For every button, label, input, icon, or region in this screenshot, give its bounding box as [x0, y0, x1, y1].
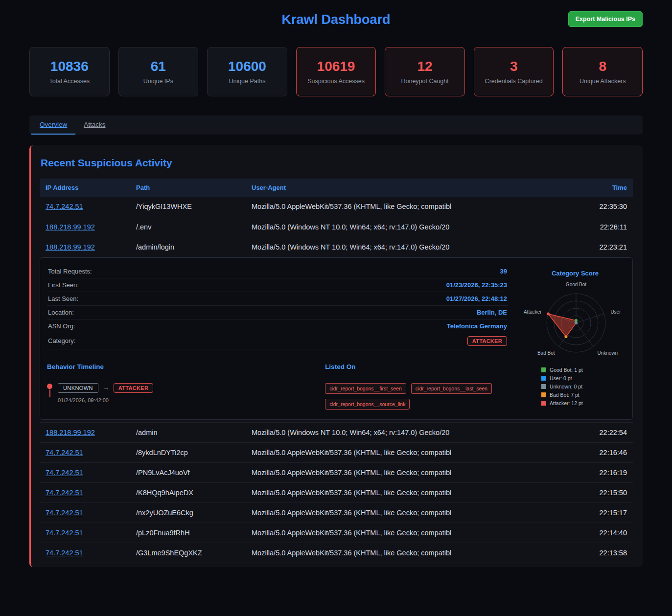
table-row[interactable]: 188.218.99.192/admin/loginMozilla/5.0 (W… — [40, 237, 633, 257]
legend-swatch — [541, 367, 546, 372]
ip-address-link[interactable]: 74.7.242.51 — [46, 203, 83, 210]
stat-label: Unique Paths — [229, 78, 265, 85]
path-cell: /YiqykGI13WHXE — [130, 197, 246, 217]
ip-address-link[interactable]: 74.7.242.51 — [46, 529, 83, 537]
panel-title: Recent Suspicious Activity — [41, 157, 632, 169]
ip-cell: 74.7.242.51 — [40, 502, 130, 523]
stat-value: 10600 — [228, 59, 266, 74]
table-row[interactable]: 74.7.242.51/G3Lme9ShEQgXKZMozilla/5.0 Ap… — [40, 543, 633, 563]
ip-address-link[interactable]: 74.7.242.51 — [46, 469, 83, 477]
user-agent-cell: Mozilla/5.0 (Windows NT 10.0; Win64; x64… — [246, 422, 569, 442]
user-agent-cell: Mozilla/5.0 AppleWebKit/537.36 (KHTML, l… — [246, 502, 569, 523]
ip-cell: 74.7.242.51 — [40, 197, 130, 217]
time-cell: 22:23:21 — [569, 237, 633, 257]
detail-field-value: Berlin, DE — [477, 309, 507, 316]
legend-swatch — [541, 401, 546, 406]
table-header-row: IP AddressPathUser-AgentTime — [40, 179, 633, 197]
radar-axis-label-unknown: Unknown — [597, 350, 618, 355]
legend-label: Good Bot: 1 pt — [550, 367, 583, 373]
user-agent-cell: Mozilla/5.0 AppleWebKit/537.36 (KHTML, l… — [246, 482, 569, 502]
ip-cell: 74.7.242.51 — [40, 482, 130, 502]
ip-address-link[interactable]: 74.7.242.51 — [46, 509, 83, 517]
time-cell: 22:22:54 — [569, 422, 633, 442]
ip-address-link[interactable]: 74.7.242.51 — [46, 449, 83, 456]
table-row[interactable]: 188.218.99.192/.envMozilla/5.0 (Windows … — [40, 217, 633, 237]
ip-address-link[interactable]: 74.7.242.51 — [46, 489, 83, 497]
ip-cell: 74.7.242.51 — [40, 523, 130, 543]
listed-on-badges: cidr_report_bogons__first_seencidr_repor… — [325, 383, 508, 410]
radar-legend: Good Bot: 1 ptUser: 0 ptUnknown: 0 ptBad… — [541, 367, 626, 406]
listed-on-badge-cidr-report-bogons-first-seen[interactable]: cidr_report_bogons__first_seen — [325, 383, 406, 394]
stat-value: 12 — [417, 59, 433, 74]
stat-value: 3 — [510, 59, 518, 74]
detail-field-label: Total Requests: — [48, 268, 92, 275]
legend-item-good-bot: Good Bot: 1 pt — [541, 367, 626, 373]
detail-field-value: 01/23/2026, 22:35:23 — [446, 281, 507, 289]
krawl-dashboard-page: Krawl Dashboard Export Malicious IPs 108… — [0, 0, 672, 577]
stat-card-unique-ips: 61Unique IPs — [118, 47, 199, 96]
radar-score-polygon — [548, 314, 576, 337]
legend-label: Attacker: 12 pt — [550, 400, 583, 406]
listed-on-badge-cidr-report-bogons-source-link[interactable]: cidr_report_bogons__source_link — [325, 399, 410, 410]
stat-value: 10836 — [50, 59, 89, 74]
ip-address-link[interactable]: 74.7.242.51 — [46, 549, 83, 557]
detail-field-last-seen: Last Seen:01/27/2026, 22:48:12 — [47, 292, 508, 306]
listed-on-badge-cidr-report-bogons-last-seen[interactable]: cidr_report_bogons__last_seen — [411, 383, 492, 394]
legend-item-bad-bot: Bad Bot: 7 pt — [541, 392, 626, 398]
table-row[interactable]: 188.218.99.192/adminMozilla/5.0 (Windows… — [40, 422, 633, 442]
page-title: Krawl Dashboard — [281, 12, 390, 27]
stat-label: Total Accesses — [49, 78, 90, 85]
ip-cell: 74.7.242.51 — [40, 543, 130, 563]
table-row[interactable]: 74.7.242.51/nx2yUOZuE6CkgMozilla/5.0 App… — [40, 502, 633, 523]
column-header-ip-address: IP Address — [40, 179, 130, 197]
ip-address-link[interactable]: 188.218.99.192 — [46, 243, 95, 251]
table-row[interactable]: 74.7.242.51/8ykdLnDYTi2cpMozilla/5.0 App… — [40, 442, 633, 462]
detail-field-location: Location:Berlin, DE — [47, 306, 508, 319]
stat-label: Unique IPs — [143, 78, 173, 85]
column-header-time: Time — [569, 179, 633, 197]
detail-field-total-requests: Total Requests:39 — [47, 265, 508, 278]
radar-axis-label-attacker: Attacker — [524, 309, 542, 314]
table-row[interactable]: 74.7.242.51/PN9LvAcJ4uoVfMozilla/5.0 App… — [40, 462, 633, 482]
time-cell: 22:16:46 — [569, 442, 633, 462]
legend-label: User: 0 pt — [550, 375, 572, 381]
tab-attacks[interactable]: Attacks — [75, 115, 114, 135]
stat-value: 61 — [151, 59, 166, 74]
ip-cell: 188.218.99.192 — [40, 237, 130, 257]
ip-address-link[interactable]: 188.218.99.192 — [46, 223, 95, 231]
user-agent-cell: Mozilla/5.0 AppleWebKit/537.36 (KHTML, l… — [246, 197, 569, 217]
legend-swatch — [541, 384, 546, 389]
time-cell: 22:15:50 — [569, 482, 633, 502]
listed-on-section: Listed On cidr_report_bogons__first_seen… — [325, 363, 508, 410]
ip-cell: 74.7.242.51 — [40, 462, 130, 482]
tab-overview[interactable]: Overview — [31, 115, 75, 135]
stat-label: Honeypot Caught — [401, 78, 448, 85]
table-row[interactable]: 74.7.242.51/K8HQq9hAipeDXMozilla/5.0 App… — [40, 482, 633, 502]
timeline-content: UNKNOWN → ATTACKER 01/24/2026, 09:42:00 — [58, 383, 153, 403]
ip-address-link[interactable]: 188.218.99.192 — [46, 429, 95, 436]
time-cell: 22:15:17 — [569, 502, 633, 523]
radar-axis-label-good-bot: Good Bot — [566, 282, 586, 287]
detail-field-category: Category:ATTACKER — [47, 333, 508, 349]
listed-on-title: Listed On — [325, 363, 508, 375]
path-cell: /G3Lme9ShEQgXKZ — [130, 543, 246, 563]
timeline-item: UNKNOWN → ATTACKER 01/24/2026, 09:42:00 — [47, 383, 312, 403]
stat-label: Credentials Captured — [485, 78, 543, 85]
arrow-right-icon: → — [103, 384, 109, 391]
path-cell: /nx2yUOZuE6Ckg — [130, 502, 246, 523]
path-cell: /pLz0Fnua9fRhH — [130, 523, 246, 543]
time-cell: 22:14:40 — [569, 523, 633, 543]
export-malicious-ips-button[interactable]: Export Malicious IPs — [568, 11, 643, 27]
detail-field-label: First Seen: — [48, 281, 79, 289]
table-row[interactable]: 74.7.242.51/YiqykGI13WHXEMozilla/5.0 App… — [40, 197, 633, 217]
detail-field-value: Telefonica Germany — [447, 322, 507, 330]
column-header-path: Path — [130, 179, 246, 197]
table-row[interactable]: 74.7.242.51/pLz0Fnua9fRhHMozilla/5.0 App… — [40, 523, 633, 543]
user-agent-cell: Mozilla/5.0 AppleWebKit/537.36 (KHTML, l… — [246, 543, 569, 563]
header: Krawl Dashboard Export Malicious IPs — [29, 0, 643, 39]
ip-detail-panel: Total Requests:39First Seen:01/23/2026, … — [40, 257, 633, 420]
behavior-timeline-title: Behavior Timeline — [47, 363, 312, 375]
legend-swatch — [541, 376, 546, 381]
detail-field-label: Last Seen: — [48, 295, 78, 302]
column-header-user-agent: User-Agent — [246, 179, 569, 197]
